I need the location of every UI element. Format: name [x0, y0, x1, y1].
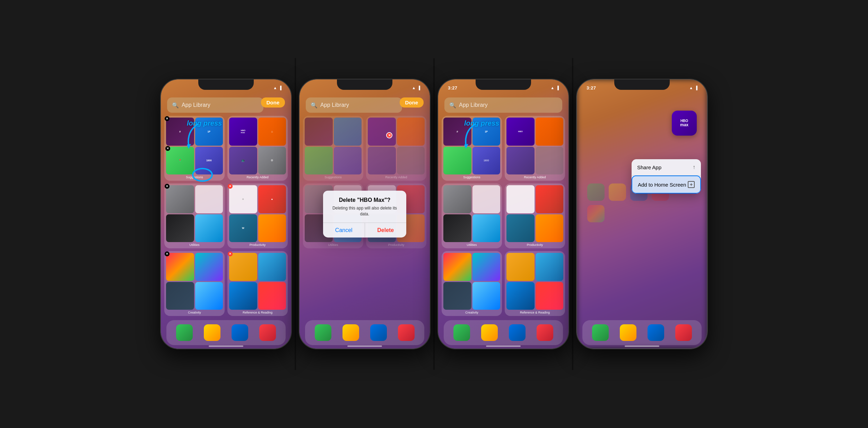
phone2-status-bar: ▲ ▐: [300, 84, 430, 91]
add-to-home-screen-menu-item[interactable]: Add to Home Screen +: [632, 176, 701, 194]
phone1: ▲ ▐ Done 🔍 App Library long press: [160, 79, 292, 349]
productivity-label: Productivity: [229, 243, 286, 247]
maps-icon-wrap: ✕ 📍: [166, 147, 194, 175]
hbomax-text: HBOmax: [680, 119, 688, 127]
dock-gamecenter: [204, 324, 220, 341]
x-reference: ✕: [228, 251, 233, 256]
dock-appstore-p4: [648, 324, 664, 341]
phone2-search-bar[interactable]: 🔍 App Library: [306, 97, 402, 113]
phone3-dock: [444, 320, 563, 345]
news-icon: [258, 282, 286, 310]
dock-messages-p2: [315, 324, 331, 341]
dock-gc-p4: [620, 324, 636, 341]
phone1-status-bar: ▲ ▐: [161, 84, 291, 91]
phone3-status-icons: ▲ ▐: [550, 86, 559, 90]
battery-icon-p2: ▐: [417, 86, 420, 90]
phone3-search-bar[interactable]: 🔍 App Library: [444, 97, 562, 113]
phone3-home-indicator: [486, 345, 521, 347]
phone2-search-placeholder: App Library: [320, 102, 349, 108]
phone3-search-placeholder: App Library: [459, 102, 488, 108]
dock-gc-p2: [342, 324, 359, 341]
settings-icon: [166, 185, 194, 213]
phone1-screen: ▲ ▐ Done 🔍 App Library long press: [161, 79, 291, 349]
creativity-folder: ✕ Creativity: [164, 251, 225, 316]
share-app-menu-item[interactable]: Share App ↑: [632, 159, 701, 175]
phone2-dock: [305, 320, 424, 345]
utilities-label: Utilities: [166, 243, 223, 247]
phone2-status-icons: ▲ ▐: [412, 86, 420, 90]
phone1-row3: ✕ Creativity: [164, 251, 288, 316]
x-productivity: ✕: [228, 184, 233, 189]
phone4-wrapper: 3:27 ▲ ▐ HBOmax Share App ↑: [576, 7, 708, 421]
divider3: [572, 58, 573, 370]
hbomax-icon1: HBOmax: [229, 118, 257, 146]
dock-gc-p3: [481, 324, 498, 341]
search-icon: 🔍: [172, 102, 179, 109]
phone4-hbomax-icon: HBOmax: [672, 111, 697, 136]
delete-confirm-button[interactable]: Delete: [365, 223, 407, 237]
wifi-icon-p2: ▲: [412, 86, 416, 90]
battery-icon: ▐: [279, 86, 281, 90]
wifi-icon2: [195, 214, 223, 242]
productivity-folder: ✕ ≡ ● W Productivity: [227, 183, 288, 248]
dock-appstore-p2: [370, 324, 387, 341]
divider1: [295, 58, 296, 370]
x-badge-suggestions: ✕: [165, 116, 170, 121]
add-to-home-icon: +: [688, 181, 695, 188]
delete-cancel-button[interactable]: Cancel: [323, 223, 365, 237]
share-icon: ↑: [693, 164, 695, 170]
files-icon: [195, 185, 223, 213]
dock-music-p4: [675, 324, 692, 341]
delete-dialog-buttons: Cancel Delete: [323, 222, 406, 237]
phone3-wrapper: 3:27 ▲ ▐ 🔍 App Library long press: [437, 7, 569, 421]
phone2-done-button[interactable]: Done: [400, 97, 424, 108]
svg-marker-1: [464, 144, 468, 149]
phone3-screen: 3:27 ▲ ▐ 🔍 App Library long press: [438, 79, 568, 349]
search-icon-p3: 🔍: [449, 102, 456, 109]
dock-appstore: [232, 324, 248, 341]
dock-messages-p4: [592, 324, 609, 341]
calculator-icon: [166, 214, 194, 242]
phone1-circle: [192, 168, 213, 182]
battery-icon-p3: ▐: [556, 86, 559, 90]
homedepot-icon1: ⌂: [258, 118, 286, 146]
generic-icon1: ⚙: [258, 147, 286, 175]
dock-music-p3: [537, 324, 553, 341]
delete-dialog-message: Deleting this app will also delete its d…: [329, 205, 401, 217]
phone4-status-icons: ▲ ▐: [689, 86, 697, 90]
creativity-label: Creativity: [166, 311, 223, 314]
notes-icon: ≡: [229, 185, 257, 213]
dock-messages: [176, 324, 193, 341]
phone1-home-indicator: [209, 345, 243, 347]
phone1-dock: [166, 320, 286, 345]
phone1-row2: ✕ Utilities: [164, 183, 288, 248]
phone2-screen: ▲ ▐ Done 🔍 App Library: [300, 79, 430, 349]
phone2-wrapper: ▲ ▐ Done 🔍 App Library: [299, 7, 431, 421]
phone4-context-menu: Share App ↑ Add to Home Screen +: [632, 159, 701, 194]
reminders-icon: ●: [258, 185, 286, 213]
phone2-delete-dialog: Delete "HBO Max"? Deleting this app will…: [323, 191, 406, 238]
battery-icon-p4: ▐: [695, 86, 697, 90]
dock-music: [259, 324, 276, 341]
twitch-icon1: 📺: [229, 147, 257, 175]
cloud-icon: [195, 282, 223, 310]
add-to-home-label: Add to Home Screen: [638, 182, 686, 188]
phone3: 3:27 ▲ ▐ 🔍 App Library long press: [437, 79, 569, 349]
share-app-label: Share App: [637, 164, 661, 170]
phone2-hbomax-delete-badge[interactable]: ✕: [386, 132, 392, 138]
phone3-time: 3:27: [448, 85, 457, 91]
phone1-search-bar[interactable]: 🔍 App Library: [167, 97, 263, 113]
delete-dialog-title: Delete "HBO Max"?: [329, 197, 401, 203]
svg-marker-0: [187, 144, 191, 149]
phone1-done-button[interactable]: Done: [261, 97, 285, 108]
search-icon-p2: 🔍: [311, 102, 318, 109]
phone3-status-bar: 3:27 ▲ ▐: [438, 84, 568, 91]
delete-dialog-content: Delete "HBO Max"? Deleting this app will…: [323, 191, 406, 217]
x-maps: ✕: [165, 146, 170, 151]
divider2: [433, 58, 435, 370]
phone2-home-indicator: [347, 345, 382, 347]
shortcuts-icon: [258, 214, 286, 242]
reference-label: Reference & Reading: [229, 311, 286, 314]
books-icon: [229, 253, 257, 281]
phone4-dock: [582, 320, 702, 345]
